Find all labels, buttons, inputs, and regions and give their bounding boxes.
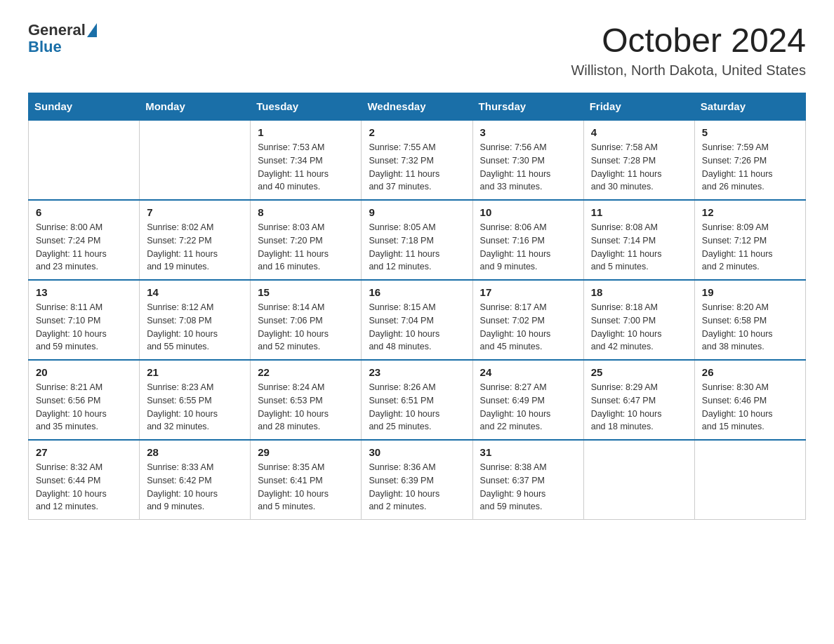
calendar-cell: 30Sunrise: 8:36 AM Sunset: 6:39 PM Dayli… <box>362 440 472 520</box>
calendar-cell: 18Sunrise: 8:18 AM Sunset: 7:00 PM Dayli… <box>583 280 694 360</box>
day-number: 2 <box>369 126 465 138</box>
day-info: Sunrise: 7:55 AM Sunset: 7:32 PM Dayligh… <box>369 141 465 194</box>
calendar-cell: 17Sunrise: 8:17 AM Sunset: 7:02 PM Dayli… <box>472 280 583 360</box>
calendar-cell <box>29 120 140 200</box>
day-info: Sunrise: 8:30 AM Sunset: 6:46 PM Dayligh… <box>702 381 798 434</box>
calendar-cell: 6Sunrise: 8:00 AM Sunset: 7:24 PM Daylig… <box>29 200 140 280</box>
calendar-cell: 23Sunrise: 8:26 AM Sunset: 6:51 PM Dayli… <box>362 360 472 440</box>
day-number: 26 <box>702 366 798 378</box>
day-info: Sunrise: 8:36 AM Sunset: 6:39 PM Dayligh… <box>369 461 465 514</box>
day-info: Sunrise: 8:14 AM Sunset: 7:06 PM Dayligh… <box>258 301 354 354</box>
day-info: Sunrise: 8:08 AM Sunset: 7:14 PM Dayligh… <box>591 221 687 274</box>
logo-triangle-icon <box>87 23 97 37</box>
day-number: 1 <box>258 126 354 138</box>
title-block: October 2024 Williston, North Dakota, Un… <box>571 21 806 79</box>
calendar-title: October 2024 <box>571 21 806 60</box>
calendar-cell: 9Sunrise: 8:05 AM Sunset: 7:18 PM Daylig… <box>362 200 472 280</box>
day-number: 7 <box>147 206 243 218</box>
day-number: 17 <box>480 286 576 298</box>
day-number: 22 <box>258 366 354 378</box>
logo-general-text: General <box>28 21 86 39</box>
day-of-week-header: Tuesday <box>251 93 362 121</box>
day-number: 18 <box>591 286 687 298</box>
day-info: Sunrise: 8:17 AM Sunset: 7:02 PM Dayligh… <box>480 301 576 354</box>
day-info: Sunrise: 8:15 AM Sunset: 7:04 PM Dayligh… <box>369 301 465 354</box>
calendar-table: SundayMondayTuesdayWednesdayThursdayFrid… <box>28 93 806 520</box>
day-number: 25 <box>591 366 687 378</box>
calendar-cell: 7Sunrise: 8:02 AM Sunset: 7:22 PM Daylig… <box>140 200 251 280</box>
calendar-cell: 2Sunrise: 7:55 AM Sunset: 7:32 PM Daylig… <box>362 120 472 200</box>
day-info: Sunrise: 8:06 AM Sunset: 7:16 PM Dayligh… <box>480 221 576 274</box>
calendar-cell: 26Sunrise: 8:30 AM Sunset: 6:46 PM Dayli… <box>694 360 805 440</box>
calendar-cell: 24Sunrise: 8:27 AM Sunset: 6:49 PM Dayli… <box>472 360 583 440</box>
calendar-cell: 19Sunrise: 8:20 AM Sunset: 6:58 PM Dayli… <box>694 280 805 360</box>
day-info: Sunrise: 7:56 AM Sunset: 7:30 PM Dayligh… <box>480 141 576 194</box>
calendar-cell: 10Sunrise: 8:06 AM Sunset: 7:16 PM Dayli… <box>472 200 583 280</box>
day-info: Sunrise: 8:21 AM Sunset: 6:56 PM Dayligh… <box>36 381 132 434</box>
day-info: Sunrise: 8:23 AM Sunset: 6:55 PM Dayligh… <box>147 381 243 434</box>
day-of-week-header: Saturday <box>694 93 805 121</box>
day-info: Sunrise: 8:20 AM Sunset: 6:58 PM Dayligh… <box>702 301 798 354</box>
calendar-cell: 20Sunrise: 8:21 AM Sunset: 6:56 PM Dayli… <box>29 360 140 440</box>
day-info: Sunrise: 8:38 AM Sunset: 6:37 PM Dayligh… <box>480 461 576 514</box>
day-number: 6 <box>36 206 132 218</box>
day-info: Sunrise: 8:05 AM Sunset: 7:18 PM Dayligh… <box>369 221 465 274</box>
calendar-cell: 5Sunrise: 7:59 AM Sunset: 7:26 PM Daylig… <box>694 120 805 200</box>
logo: General Blue <box>28 21 97 56</box>
day-number: 3 <box>480 126 576 138</box>
day-info: Sunrise: 8:32 AM Sunset: 6:44 PM Dayligh… <box>36 461 132 514</box>
day-number: 28 <box>147 446 243 458</box>
day-of-week-header: Friday <box>583 93 694 121</box>
day-number: 29 <box>258 446 354 458</box>
day-number: 12 <box>702 206 798 218</box>
calendar-subtitle: Williston, North Dakota, United States <box>571 62 806 79</box>
day-number: 24 <box>480 366 576 378</box>
calendar-cell: 4Sunrise: 7:58 AM Sunset: 7:28 PM Daylig… <box>583 120 694 200</box>
day-info: Sunrise: 7:53 AM Sunset: 7:34 PM Dayligh… <box>258 141 354 194</box>
logo-blue-text: Blue <box>28 38 62 56</box>
day-info: Sunrise: 8:27 AM Sunset: 6:49 PM Dayligh… <box>480 381 576 434</box>
calendar-cell: 28Sunrise: 8:33 AM Sunset: 6:42 PM Dayli… <box>140 440 251 520</box>
day-of-week-header: Thursday <box>472 93 583 121</box>
day-number: 30 <box>369 446 465 458</box>
day-number: 5 <box>702 126 798 138</box>
calendar-cell: 31Sunrise: 8:38 AM Sunset: 6:37 PM Dayli… <box>472 440 583 520</box>
day-number: 13 <box>36 286 132 298</box>
calendar-cell: 1Sunrise: 7:53 AM Sunset: 7:34 PM Daylig… <box>251 120 362 200</box>
day-info: Sunrise: 8:18 AM Sunset: 7:00 PM Dayligh… <box>591 301 687 354</box>
day-info: Sunrise: 8:26 AM Sunset: 6:51 PM Dayligh… <box>369 381 465 434</box>
calendar-cell: 22Sunrise: 8:24 AM Sunset: 6:53 PM Dayli… <box>251 360 362 440</box>
day-info: Sunrise: 7:59 AM Sunset: 7:26 PM Dayligh… <box>702 141 798 194</box>
calendar-cell <box>140 120 251 200</box>
day-info: Sunrise: 7:58 AM Sunset: 7:28 PM Dayligh… <box>591 141 687 194</box>
calendar-week-row: 1Sunrise: 7:53 AM Sunset: 7:34 PM Daylig… <box>29 120 806 200</box>
calendar-week-row: 13Sunrise: 8:11 AM Sunset: 7:10 PM Dayli… <box>29 280 806 360</box>
calendar-cell <box>583 440 694 520</box>
day-info: Sunrise: 8:33 AM Sunset: 6:42 PM Dayligh… <box>147 461 243 514</box>
calendar-week-row: 20Sunrise: 8:21 AM Sunset: 6:56 PM Dayli… <box>29 360 806 440</box>
calendar-cell: 12Sunrise: 8:09 AM Sunset: 7:12 PM Dayli… <box>694 200 805 280</box>
calendar-cell: 25Sunrise: 8:29 AM Sunset: 6:47 PM Dayli… <box>583 360 694 440</box>
day-info: Sunrise: 8:09 AM Sunset: 7:12 PM Dayligh… <box>702 221 798 274</box>
calendar-cell: 27Sunrise: 8:32 AM Sunset: 6:44 PM Dayli… <box>29 440 140 520</box>
day-number: 11 <box>591 206 687 218</box>
day-number: 16 <box>369 286 465 298</box>
calendar-cell: 29Sunrise: 8:35 AM Sunset: 6:41 PM Dayli… <box>251 440 362 520</box>
calendar-week-row: 6Sunrise: 8:00 AM Sunset: 7:24 PM Daylig… <box>29 200 806 280</box>
day-info: Sunrise: 8:02 AM Sunset: 7:22 PM Dayligh… <box>147 221 243 274</box>
day-info: Sunrise: 8:00 AM Sunset: 7:24 PM Dayligh… <box>36 221 132 274</box>
day-of-week-header: Monday <box>140 93 251 121</box>
day-number: 4 <box>591 126 687 138</box>
day-info: Sunrise: 8:11 AM Sunset: 7:10 PM Dayligh… <box>36 301 132 354</box>
calendar-cell: 13Sunrise: 8:11 AM Sunset: 7:10 PM Dayli… <box>29 280 140 360</box>
day-number: 31 <box>480 446 576 458</box>
calendar-cell: 3Sunrise: 7:56 AM Sunset: 7:30 PM Daylig… <box>472 120 583 200</box>
day-info: Sunrise: 8:29 AM Sunset: 6:47 PM Dayligh… <box>591 381 687 434</box>
calendar-cell: 8Sunrise: 8:03 AM Sunset: 7:20 PM Daylig… <box>251 200 362 280</box>
day-number: 19 <box>702 286 798 298</box>
day-number: 21 <box>147 366 243 378</box>
calendar-header-row: SundayMondayTuesdayWednesdayThursdayFrid… <box>29 93 806 121</box>
day-number: 15 <box>258 286 354 298</box>
calendar-cell: 16Sunrise: 8:15 AM Sunset: 7:04 PM Dayli… <box>362 280 472 360</box>
calendar-cell: 14Sunrise: 8:12 AM Sunset: 7:08 PM Dayli… <box>140 280 251 360</box>
